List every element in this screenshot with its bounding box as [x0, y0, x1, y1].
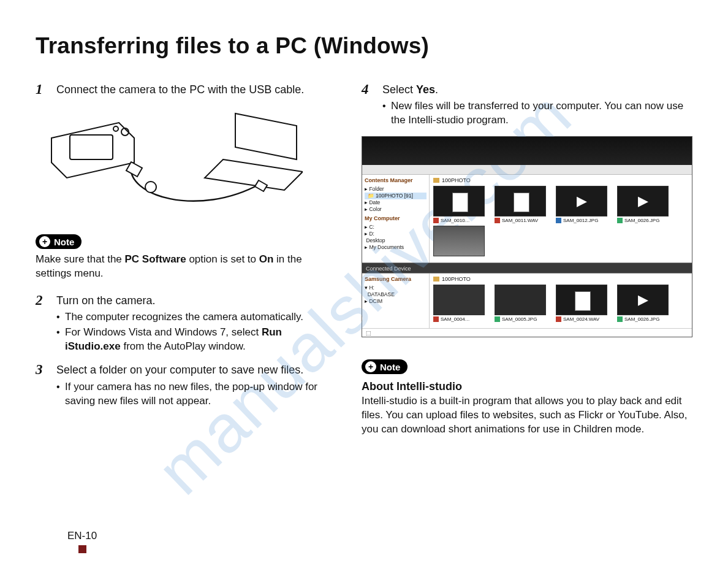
- app-main-panel: 100PHOTO SAM_0010… SAM_0011.WAV ▶SAM_001…: [430, 175, 692, 262]
- type-icon: [433, 218, 439, 223]
- tree-item: Desktop: [365, 237, 427, 244]
- thumbnail: [433, 226, 485, 256]
- svg-point-3: [145, 182, 156, 193]
- tree-item: ▸ DCIM: [365, 298, 427, 305]
- page-number: EN-10: [67, 530, 97, 542]
- note-text: Make sure that the PC Software option is…: [36, 253, 332, 281]
- app-body: Contents Manager ▸ Folder 📁 100PHOTO [91…: [362, 175, 692, 262]
- intelli-studio-screenshot: Contents Manager ▸ Folder 📁 100PHOTO [91…: [362, 136, 692, 337]
- step-bullets: If your camera has no new files, the pop…: [56, 380, 332, 408]
- step-number: 1: [36, 82, 48, 97]
- thumbnail: SAM_0010…: [433, 186, 485, 223]
- type-icon: [495, 218, 500, 223]
- left-column: 1 Connect the camera to the PC with the …: [36, 82, 332, 449]
- step-body: Turn on the camera. The computer recogni…: [56, 293, 332, 355]
- step-4: 4 Select Yes. New files will be transfer…: [362, 82, 692, 129]
- bullet: The computer recognizes the camera autom…: [56, 310, 332, 324]
- step-bullets: The computer recognizes the camera autom…: [56, 310, 332, 354]
- camera-laptop-illustration: [39, 104, 303, 221]
- step-1: 1 Connect the camera to the PC with the …: [36, 82, 332, 97]
- app-toolbar: [362, 165, 692, 175]
- thumbnail: SAM_0004…: [433, 285, 485, 322]
- thumbnail: SAM_0005.JPG: [495, 285, 546, 322]
- bullet: For Windows Vista and Windows 7, select …: [56, 326, 332, 354]
- svg-rect-0: [70, 135, 113, 159]
- sidebar-heading: My Computer: [365, 215, 427, 223]
- manual-page: manualshive.com Transferring files to a …: [0, 0, 728, 563]
- tree-item: ▸ C:: [365, 224, 427, 231]
- thumbnail: SAM_0024.WAV: [556, 285, 607, 322]
- tree-item: ▸ My Documents: [365, 244, 427, 251]
- step-2: 2 Turn on the camera. The computer recog…: [36, 293, 332, 355]
- tree-item: ▸ Color: [365, 206, 427, 213]
- page-marker-square: [78, 545, 86, 553]
- step-body: Select Yes. New files will be transferre…: [382, 82, 692, 129]
- thumbnail-row: SAM_0010… SAM_0011.WAV ▶SAM_0012.JPG ▶SA…: [433, 186, 688, 223]
- plus-icon: +: [39, 236, 50, 247]
- bullet: If your camera has no new files, the pop…: [56, 380, 332, 408]
- type-icon: [617, 218, 623, 223]
- app-statusbar: ⬚: [362, 328, 692, 337]
- thumbnail-row: SAM_0004… SAM_0005.JPG SAM_0024.WAV ▶SAM…: [433, 285, 688, 322]
- two-column-layout: 1 Connect the camera to the PC with the …: [36, 82, 692, 449]
- type-icon: [617, 316, 623, 322]
- sidebar-heading: Samsung Camera: [365, 276, 427, 283]
- tree-item: ▸ Folder: [365, 186, 427, 193]
- app-body-lower: Samsung Camera ▾ H: DATABASE ▸ DCIM 100P…: [362, 274, 692, 328]
- plus-icon: +: [365, 361, 376, 372]
- path-bar: 100PHOTO: [433, 276, 688, 282]
- type-icon: [556, 316, 561, 322]
- tree-item: ▸ Date: [365, 199, 427, 206]
- thumbnail: ▶SAM_0026.JPG: [617, 285, 669, 322]
- step-body: Select a folder on your computer to save…: [56, 362, 332, 409]
- path-bar: 100PHOTO: [433, 177, 688, 183]
- note-badge: + Note: [36, 234, 82, 249]
- tree-item-selected: 📁 100PHOTO [91]: [365, 193, 427, 199]
- step-number: 2: [36, 293, 48, 355]
- svg-point-2: [113, 126, 118, 131]
- tree-item: ▸ D:: [365, 231, 427, 237]
- thumbnail-row: [433, 226, 688, 256]
- step-3: 3 Select a folder on your computer to sa…: [36, 362, 332, 409]
- app-main-lower: 100PHOTO SAM_0004… SAM_0005.JPG SAM_0024…: [430, 274, 692, 328]
- right-column: 4 Select Yes. New files will be transfer…: [362, 82, 692, 449]
- app-sidebar: Contents Manager ▸ Folder 📁 100PHOTO [91…: [362, 175, 430, 262]
- app-titlebar: [362, 137, 692, 165]
- bullet: New files will be transferred to your co…: [382, 99, 692, 128]
- step-text: Turn on the camera.: [56, 293, 332, 308]
- thumbnail: SAM_0011.WAV: [495, 186, 546, 223]
- step-text: Connect the camera to the PC with the US…: [56, 82, 304, 97]
- sidebar-heading: Contents Manager: [365, 177, 427, 185]
- tree-item: DATABASE: [365, 291, 427, 298]
- step-number: 4: [362, 82, 374, 129]
- page-title: Transferring files to a PC (Windows): [36, 33, 692, 59]
- note-badge: + Note: [362, 359, 408, 374]
- type-icon: [433, 316, 439, 322]
- section-divider: Connected Device: [362, 262, 692, 274]
- type-icon: [495, 316, 500, 322]
- step-text: Select a folder on your computer to save…: [56, 362, 332, 377]
- type-icon: [556, 218, 561, 223]
- note-heading: About Intelli-studio: [362, 380, 692, 393]
- folder-icon: [433, 277, 439, 282]
- note-text: Intelli-studio is a built-in program tha…: [362, 394, 692, 437]
- note-label: Note: [54, 237, 74, 247]
- folder-icon: [433, 178, 439, 183]
- thumbnail: ▶SAM_0012.JPG: [556, 186, 607, 223]
- step-bullets: New files will be transferred to your co…: [382, 99, 692, 128]
- step-text: Select Yes.: [382, 82, 692, 97]
- step-number: 3: [36, 362, 48, 409]
- app-sidebar-lower: Samsung Camera ▾ H: DATABASE ▸ DCIM: [362, 274, 430, 328]
- thumbnail: ▶SAM_0026.JPG: [617, 186, 669, 223]
- tree-item: ▾ H:: [365, 285, 427, 291]
- usb-connection-svg: [39, 104, 303, 221]
- note-label: Note: [380, 362, 400, 372]
